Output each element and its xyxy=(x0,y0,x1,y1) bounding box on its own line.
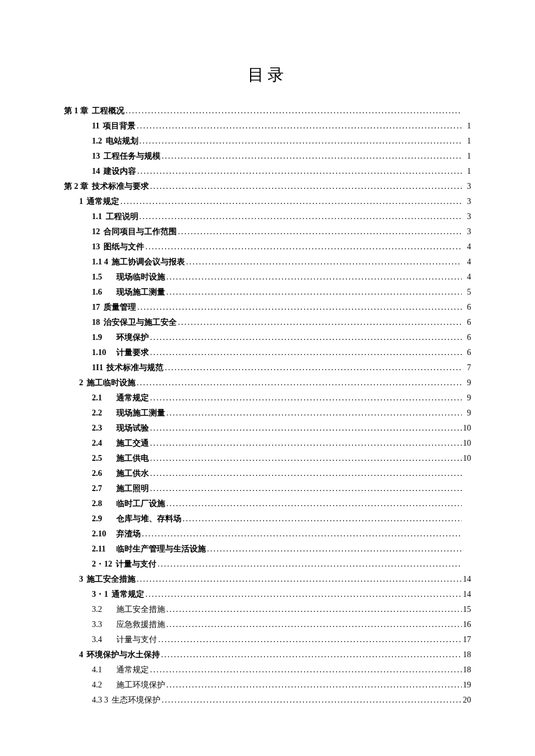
toc-leader-dots xyxy=(137,300,462,315)
toc-entry-page: 9 xyxy=(463,406,471,421)
toc-entry: 1.2电站规划1 xyxy=(64,134,471,149)
toc-entry: 4.2施工环境保护19 xyxy=(64,678,471,693)
toc-entry: 1.6现场施工测量5 xyxy=(64,285,471,300)
toc-leader-dots xyxy=(166,406,462,421)
toc-entry-label: 技术标准与要求 xyxy=(92,179,149,194)
toc-leader-dots xyxy=(150,390,462,406)
toc-leader-dots xyxy=(137,164,462,179)
toc-leader-dots xyxy=(165,360,462,375)
toc-leader-dots xyxy=(166,496,462,511)
toc-entry-label: 环境保护 xyxy=(116,330,149,345)
toc-leader-dots xyxy=(166,602,462,617)
toc-entry: 2.4施工交通10 xyxy=(64,436,471,451)
toc-entry-number: 2.3 xyxy=(92,421,113,436)
toc-entry-number: 4.1 xyxy=(92,662,113,678)
toc-entry-label: 通常规定 xyxy=(116,662,149,678)
toc-leader-dots xyxy=(150,345,462,360)
toc-entry-page: 6 xyxy=(463,315,471,330)
toc-entry-page: 1 xyxy=(463,119,471,134)
toc-entry: 1I1技术标准与规范7 xyxy=(64,360,471,375)
toc-entry-number: 1.1 xyxy=(92,209,102,224)
toc-entry: 1.9环境保护6 xyxy=(64,330,471,345)
toc-entry-page: 4 xyxy=(463,270,471,285)
toc-entry-number: 第 1 章 xyxy=(64,103,88,119)
toc-entry-label: 项目背景 xyxy=(103,119,135,134)
toc-entry: 1.10计量要求6 xyxy=(64,345,471,360)
toc-entry: 13图纸与文件4 xyxy=(64,239,471,255)
toc-entry: 2.6施工供水 xyxy=(64,466,471,481)
toc-entry: 2.9仓库与堆、存料场 xyxy=(64,511,471,526)
toc-entry: 2・12计量与支付 xyxy=(64,557,471,572)
toc-entry-label: 施工安全措施 xyxy=(87,572,135,587)
toc-entry-number: 3.2 xyxy=(92,602,113,617)
toc-entry-page: 4 xyxy=(463,239,471,255)
toc-entry: 3施工安全措施14 xyxy=(64,572,471,587)
toc-entry-label: 工程任务与规模 xyxy=(104,149,160,164)
toc-leader-dots xyxy=(186,255,462,270)
toc-entry: 4.1通常规定18 xyxy=(64,662,471,678)
toc-entry-label: 仓库与堆、存料场 xyxy=(116,511,181,526)
toc-leader-dots xyxy=(150,466,462,481)
toc-entry-label: 质量管理 xyxy=(104,300,136,315)
toc-entry-number: 4 xyxy=(79,647,83,662)
toc-entry-number: 3 xyxy=(79,572,83,587)
toc-entry-page: 16 xyxy=(463,617,471,632)
toc-leader-dots xyxy=(150,179,462,194)
toc-title: 目录 xyxy=(64,64,471,86)
toc-entry-label: 工程概况 xyxy=(92,103,124,119)
table-of-contents: 第 1 章工程概况11项目背景11.2电站规划113工程任务与规模114建设内容… xyxy=(64,103,471,708)
toc-leader-dots xyxy=(162,149,462,164)
toc-leader-dots xyxy=(140,134,462,149)
toc-entry: 3.2施工安全措施15 xyxy=(64,602,471,617)
toc-entry-page: 20 xyxy=(463,693,471,708)
toc-leader-dots xyxy=(158,557,462,572)
toc-entry-label: 计量与支付 xyxy=(116,557,156,572)
toc-entry-number: 2・12 xyxy=(92,557,112,572)
toc-entry: 13工程任务与规模1 xyxy=(64,149,471,164)
toc-entry-page: 19 xyxy=(463,678,471,693)
toc-leader-dots xyxy=(150,421,462,436)
toc-entry-number: 12 xyxy=(92,224,100,239)
toc-leader-dots xyxy=(178,315,462,330)
toc-leader-dots xyxy=(150,436,462,451)
toc-entry-number: 1 xyxy=(79,194,83,209)
toc-entry-label: 应急救援措施 xyxy=(116,617,165,632)
toc-entry-label: 生态环境保护 xyxy=(112,693,160,708)
toc-entry-label: 施工供水 xyxy=(116,466,149,481)
toc-entry: 1.5现场临时设施4 xyxy=(64,270,471,285)
toc-entry-label: 环境保护与水土保持 xyxy=(87,647,160,662)
toc-entry-page: 14 xyxy=(463,572,471,587)
toc-entry-number: 17 xyxy=(92,300,100,315)
toc-entry-page: 15 xyxy=(463,602,471,617)
toc-entry-page: 1 xyxy=(463,164,471,179)
toc-leader-dots xyxy=(126,103,462,119)
toc-entry-number: 2.11 xyxy=(92,542,113,557)
toc-entry-label: 合同项目与工作范围 xyxy=(104,224,177,239)
toc-leader-dots xyxy=(140,209,462,224)
toc-entry-number: 2.2 xyxy=(92,406,113,421)
toc-entry: 2.5施工供电10 xyxy=(64,451,471,466)
toc-entry-page: 6 xyxy=(463,300,471,315)
toc-entry: 第 1 章工程概况 xyxy=(64,103,471,119)
toc-entry-page: 9 xyxy=(463,375,471,390)
toc-entry-number: 第 2 章 xyxy=(64,179,88,194)
toc-entry: 2.1通常规定9 xyxy=(64,390,471,406)
toc-entry: 3.4计量与支付17 xyxy=(64,632,471,647)
toc-entry: 18治安保卫与施工安全6 xyxy=(64,315,471,330)
toc-entry-page: 14 xyxy=(463,587,471,602)
toc-entry-label: 临时工厂设施 xyxy=(116,496,165,511)
toc-leader-dots xyxy=(150,481,462,496)
toc-entry-label: 施工照明 xyxy=(116,481,149,496)
toc-entry-number: 14 xyxy=(92,164,100,179)
toc-entry-number: 3.4 xyxy=(92,632,113,647)
toc-entry-label: 弃渣场 xyxy=(116,526,141,542)
toc-entry: 14建设内容1 xyxy=(64,164,471,179)
toc-entry-label: 技术标准与规范 xyxy=(106,360,163,375)
toc-entry-page: 3 xyxy=(463,224,471,239)
toc-entry-number: 1.2 xyxy=(92,134,102,149)
toc-entry-number: 2.7 xyxy=(92,481,113,496)
toc-entry-number: 13 xyxy=(92,239,100,255)
toc-entry: 11项目背景1 xyxy=(64,119,471,134)
toc-entry-number: 1.10 xyxy=(92,345,113,360)
toc-entry-label: 施工安全措施 xyxy=(116,602,165,617)
